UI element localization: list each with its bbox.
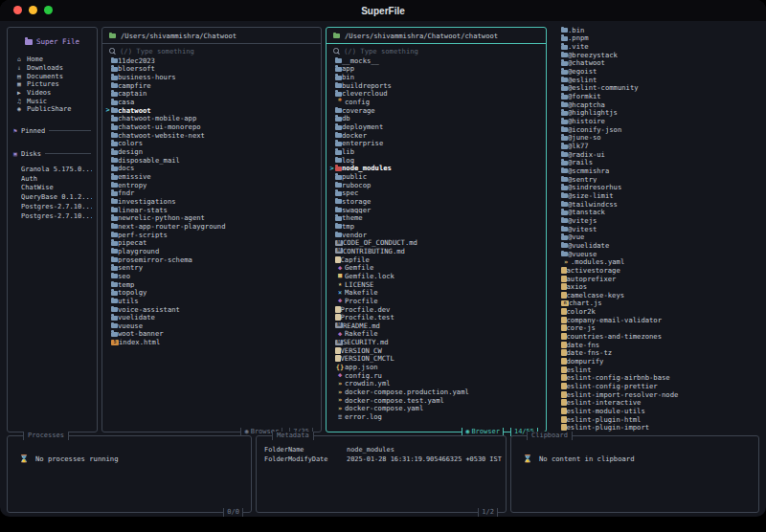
file-row[interactable]: woot-banner xyxy=(104,330,319,339)
file-row[interactable]: nchart.js xyxy=(554,299,759,308)
file-row[interactable]: log xyxy=(328,156,544,165)
disk-item[interactable]: QueryBase 0.1.2... xyxy=(21,193,92,203)
file-row[interactable]: casa xyxy=(104,98,319,106)
file-row[interactable]: pipecat xyxy=(104,238,319,247)
file-row[interactable]: docker xyxy=(328,131,544,140)
file-row[interactable]: @highlightjs xyxy=(554,109,759,118)
file-row[interactable]: @iconify-json xyxy=(554,125,759,134)
sidebar-item-videos[interactable]: ▶Videos xyxy=(15,89,92,98)
disk-item[interactable]: Postgres-2.7.10... xyxy=(21,212,92,222)
file-row[interactable]: MSECURITY.md xyxy=(328,338,544,346)
file-row[interactable]: seo xyxy=(104,272,319,280)
file-row[interactable]: eslint-interactive xyxy=(554,399,759,408)
file-row[interactable]: >node_modules xyxy=(328,165,544,173)
file-row[interactable]: eslint-config-prettier xyxy=(554,382,759,390)
file-row[interactable]: @histoire xyxy=(554,117,759,125)
file-row[interactable]: {}app.json xyxy=(328,363,544,371)
file-row[interactable]: camelcase-keys xyxy=(554,291,759,299)
path-bar[interactable]: /Users/shivammishra/Chatwoot xyxy=(102,28,321,44)
file-row[interactable]: eslint xyxy=(554,366,759,374)
file-row[interactable]: color2k xyxy=(554,307,759,316)
file-row[interactable]: MREADME.md xyxy=(328,321,544,330)
sidebar-item-downloads[interactable]: ⇓Downloads xyxy=(15,64,92,73)
file-row[interactable]: linear-stats xyxy=(104,206,319,214)
file-row[interactable]: chatwoot-mobile-app xyxy=(104,115,319,123)
file-row[interactable]: emissive xyxy=(104,172,319,181)
file-row[interactable]: >chatwoot xyxy=(104,106,319,115)
file-row[interactable]: eslint-module-utils xyxy=(554,407,759,415)
file-row[interactable]: clevercloud xyxy=(328,90,544,99)
path-bar[interactable]: /Users/shivammishra/Chatwoot/chatwoot xyxy=(327,28,546,44)
sidebar-item-pictures[interactable]: ▦Pictures xyxy=(15,80,92,89)
file-row[interactable]: Procfile.test xyxy=(328,313,544,321)
file-row[interactable]: ◆Procfile xyxy=(328,297,544,305)
file-row[interactable]: @june-so xyxy=(554,134,759,143)
file-row[interactable]: .bin xyxy=(554,26,759,34)
file-row[interactable]: »docker-compose.yaml xyxy=(328,405,544,413)
sidebar-item-documents[interactable]: ▤Documents xyxy=(15,72,92,80)
file-row[interactable]: public xyxy=(328,172,544,181)
file-row[interactable]: fndr xyxy=(104,189,319,198)
file-row[interactable]: perf-scripts xyxy=(104,231,319,239)
file-row[interactable]: @hcaptcha xyxy=(554,100,759,109)
file-row[interactable]: @vuelidate xyxy=(554,241,759,250)
file-row[interactable]: @scmmishra xyxy=(554,166,759,175)
file-row[interactable]: entropy xyxy=(104,181,319,189)
file-row[interactable]: @egoist xyxy=(554,67,759,76)
file-row[interactable]: ■Gemfile.lock xyxy=(328,272,544,280)
file-row[interactable]: newrelic-python-agent xyxy=(104,213,319,222)
file-row[interactable]: dompurify xyxy=(554,357,759,366)
file-row[interactable]: deployment xyxy=(328,122,544,131)
file-row[interactable]: @size-limit xyxy=(554,191,759,200)
file-row[interactable]: buildreports xyxy=(328,81,544,90)
disk-item[interactable]: ChatWise xyxy=(21,184,92,193)
file-row[interactable]: storage xyxy=(328,197,544,206)
file-row[interactable]: vendor xyxy=(328,231,544,239)
file-row[interactable]: ◆Rakefile xyxy=(328,330,544,339)
file-row[interactable]: eslint-plugin-import xyxy=(554,424,759,432)
file-row[interactable]: company-email-validator xyxy=(554,316,759,324)
file-row[interactable]: voice-assistant xyxy=(104,305,319,314)
file-row[interactable]: core-js xyxy=(554,324,759,333)
file-row[interactable]: »docker-compose.production.yaml xyxy=(328,388,544,396)
disk-item[interactable]: Postgres-2.7.10... xyxy=(21,203,92,212)
file-row[interactable]: 5index.html xyxy=(104,338,319,346)
file-row[interactable]: countries-and-timezones xyxy=(554,332,759,341)
file-row[interactable]: MCONTRIBUTING.md xyxy=(328,247,544,255)
file-row[interactable]: sentry xyxy=(104,263,319,272)
file-row[interactable]: bloersoft xyxy=(104,65,319,74)
file-row[interactable]: rubocop xyxy=(328,181,544,189)
file-row[interactable]: enterprise xyxy=(328,140,544,148)
file-row[interactable]: chatwoot-ui-monorepo xyxy=(104,122,319,131)
file-row[interactable]: @tanstack xyxy=(554,208,759,216)
sidebar-item-home[interactable]: ⌂Home xyxy=(15,55,92,64)
file-row[interactable]: Procfile.dev xyxy=(328,305,544,314)
file-row[interactable]: tmp xyxy=(328,222,544,231)
file-row[interactable]: ◆Gemfile xyxy=(328,263,544,272)
file-row[interactable]: 11dec2023 xyxy=(104,56,319,65)
file-row[interactable]: Capfile xyxy=(328,255,544,264)
file-row[interactable]: app xyxy=(328,65,544,74)
file-row[interactable]: @radix-ui xyxy=(554,150,759,159)
close-button[interactable] xyxy=(13,6,22,14)
file-row[interactable]: ★LICENSE xyxy=(328,280,544,289)
file-row[interactable]: temp xyxy=(104,280,319,289)
file-row[interactable]: @tailwindcss xyxy=(554,200,759,209)
file-row[interactable]: bin xyxy=(328,73,544,81)
file-row[interactable]: swagger xyxy=(328,206,544,214)
minimize-button[interactable] xyxy=(29,6,37,14)
file-row[interactable]: @chatwoot xyxy=(554,59,759,68)
maximize-button[interactable] xyxy=(44,6,53,14)
file-row[interactable]: __mocks__ xyxy=(328,56,544,65)
file-row[interactable]: design xyxy=(104,147,319,156)
sidebar-item-music[interactable]: ♫Music xyxy=(15,97,92,105)
disk-item[interactable]: Auth xyxy=(21,175,92,185)
file-row[interactable]: ◆config.ru xyxy=(328,371,544,380)
file-row[interactable]: ≡error.log xyxy=(328,412,544,421)
file-row[interactable]: docs xyxy=(104,165,319,173)
file-row[interactable]: @vueuse xyxy=(554,250,759,258)
file-row[interactable]: colors xyxy=(104,140,319,148)
file-row[interactable]: @rails xyxy=(554,159,759,167)
file-row[interactable]: investigations xyxy=(104,197,319,206)
file-row[interactable]: chatwoot-website-next xyxy=(104,131,319,140)
